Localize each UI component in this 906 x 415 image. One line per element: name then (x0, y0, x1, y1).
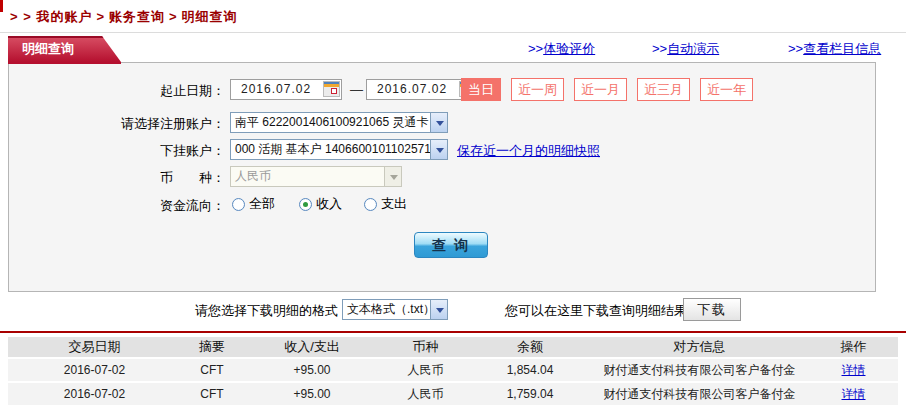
sub-account-select[interactable]: 000 活期 基本户 1406600101102571848 (230, 139, 448, 160)
col-header-balance: 余额 (470, 337, 590, 357)
cell-currency: 人民币 (381, 383, 470, 405)
link-experience-rating[interactable]: >>体验评价 (528, 40, 595, 58)
breadcrumb-item-account-query[interactable]: 账务查询 (109, 9, 165, 24)
table-top-divider (0, 331, 906, 333)
col-header-action: 操作 (809, 337, 898, 357)
download-button[interactable]: 下载 (683, 298, 741, 321)
query-button[interactable]: 查 询 (414, 232, 488, 258)
cell-counterparty: 财付通支付科技有限公司客户备付金 (590, 359, 809, 381)
link-prefix: >> (788, 41, 803, 56)
breadcrumb-item-detail-query[interactable]: 明细查询 (182, 9, 238, 24)
cell-balance: 1,759.04 (470, 383, 590, 405)
cell-date: 2016-07-02 (8, 383, 181, 405)
chevron-down-icon (430, 300, 447, 319)
flow-label: 资金流向： (9, 197, 225, 215)
calendar-icon[interactable] (323, 81, 340, 97)
col-header-summary: 摘要 (181, 337, 243, 357)
top-divider (0, 32, 906, 33)
chevron-down-icon (430, 113, 447, 132)
register-account-select[interactable]: 南平 6222001406100921065 灵通卡 (230, 112, 448, 133)
col-header-counterparty: 对方信息 (590, 337, 809, 357)
breadcrumb-arrows: > > (10, 9, 32, 24)
date-range-label: 起止日期： (9, 82, 225, 100)
radio-icon (232, 198, 245, 211)
chevron-down-icon (430, 140, 447, 159)
cell-amount: +95.00 (243, 359, 381, 381)
table-row: 2016-07-02 CFT +95.00 人民币 1,759.04 财付通支付… (8, 383, 898, 405)
cell-summary: CFT (181, 383, 243, 405)
tab-detail-query[interactable]: 明细查询 (8, 36, 121, 62)
transaction-table: 交易日期 摘要 收入/支出 币种 余额 对方信息 操作 2016-07-02 C… (8, 335, 898, 407)
cell-currency: 人民币 (381, 359, 470, 381)
date-range-separator: — (350, 82, 363, 97)
cell-amount: +95.00 (243, 383, 381, 405)
quick-range-today-button[interactable]: 当日 (461, 78, 501, 101)
col-header-currency: 币种 (381, 337, 470, 357)
flow-radio-all[interactable]: 全部 (232, 195, 275, 213)
register-account-label: 请选择注册账户： (9, 115, 225, 133)
table-row: 2016-07-02 CFT +95.00 人民币 1,854.04 财付通支付… (8, 359, 898, 381)
detail-link[interactable]: 详情 (842, 363, 866, 377)
radio-icon (364, 198, 377, 211)
download-hint: 您可以在这里下载查询明细结果 (505, 302, 687, 320)
breadcrumb-item-my-account[interactable]: 我的账户 (36, 9, 92, 24)
flow-radio-income[interactable]: 收入 (299, 195, 342, 213)
detail-query-page: > > 我的账户>账务查询>明细查询 明细查询 >>体验评价 >>自动演示 >>… (0, 0, 906, 415)
breadcrumb: > > 我的账户>账务查询>明细查询 (10, 8, 238, 26)
detail-link[interactable]: 详情 (842, 387, 866, 401)
cell-balance: 1,854.04 (470, 359, 590, 381)
link-auto-demo[interactable]: >>自动演示 (652, 40, 719, 58)
col-header-date: 交易日期 (8, 337, 181, 357)
chevron-down-icon (384, 167, 401, 186)
breadcrumb-separator: > (165, 9, 182, 24)
tab-underline (8, 62, 121, 64)
sub-account-label: 下挂账户： (9, 142, 225, 160)
quick-range-quarter-button[interactable]: 近三月 (637, 78, 690, 101)
quick-range-year-button[interactable]: 近一年 (700, 78, 753, 101)
breadcrumb-separator: > (92, 9, 109, 24)
cell-counterparty: 财付通支付科技有限公司客户备付金 (590, 383, 809, 405)
flow-radio-expense[interactable]: 支出 (364, 195, 407, 213)
radio-checked-icon (299, 198, 312, 211)
save-snapshot-link[interactable]: 保存近一个月的明细快照 (457, 142, 600, 160)
cell-summary: CFT (181, 359, 243, 381)
download-format-select[interactable]: 文本格式（.txt） (342, 299, 448, 320)
query-form-panel: 起止日期： 2016.07.02 — 2016.07.02 当日 近一周 近一月… (8, 62, 876, 292)
download-format-label: 请您选择下载明细的格式 (150, 302, 338, 320)
table-header-row: 交易日期 摘要 收入/支出 币种 余额 对方信息 操作 (8, 337, 898, 357)
tab-label: 明细查询 (22, 41, 74, 56)
link-view-column-info[interactable]: >>查看栏目信息 (788, 40, 881, 58)
link-prefix: >> (528, 41, 543, 56)
currency-select: 人民币 (230, 166, 402, 187)
page-edge-mark (0, 0, 3, 12)
quick-range-month-button[interactable]: 近一月 (574, 78, 627, 101)
cell-date: 2016-07-02 (8, 359, 181, 381)
col-header-amount: 收入/支出 (243, 337, 381, 357)
quick-range-week-button[interactable]: 近一周 (511, 78, 564, 101)
currency-label: 币 种： (9, 169, 225, 187)
link-prefix: >> (652, 41, 667, 56)
